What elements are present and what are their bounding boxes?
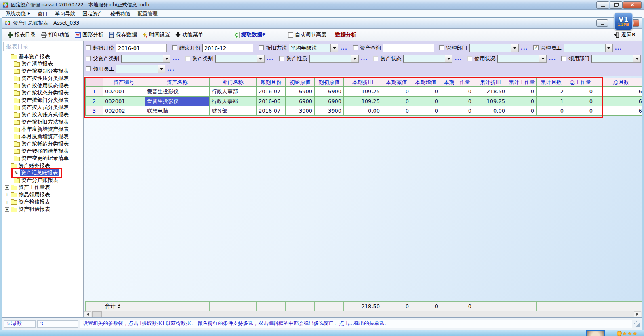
scroll-right-button[interactable] [634,311,641,317]
grid-cell[interactable]: 60 [595,97,642,106]
expand-icon[interactable]: + [5,207,9,212]
grid-cell[interactable]: 109.25 [344,97,382,106]
grid-cell[interactable]: 1 [537,97,566,106]
tree-item[interactable]: 资产按使用状态报表 [2,82,83,89]
tree-item[interactable]: 资产按入账方式报表 [2,111,83,118]
filter-dropdown[interactable] [497,55,547,63]
filter-checkbox[interactable] [439,45,444,50]
dropdown-arrow-icon[interactable] [633,55,640,62]
filter-checkbox[interactable] [561,56,566,61]
data-analysis-button[interactable]: 数据分析 [335,31,356,38]
grid-cell[interactable]: 6900 [286,87,315,97]
grid-cell[interactable]: 218.50 [474,87,507,97]
tree-item[interactable]: +资产租借报表 [2,206,83,213]
child-minimize-button[interactable] [596,19,608,27]
grid-cell[interactable]: 爱普生投影仪 [145,97,210,106]
menu-item-1[interactable]: 窗口 [34,10,51,18]
grid-cell[interactable]: 002001 [103,87,145,97]
tree-item[interactable]: ✎资产汇总账报表 [2,169,83,176]
menu-item-2[interactable]: 学习导航 [51,10,79,18]
auto-height-toggle[interactable]: 自动调节高度 [286,30,328,39]
dropdown-arrow-icon[interactable] [330,44,338,52]
filter-checkbox[interactable] [467,56,472,61]
grid-cell[interactable]: 60 [595,106,642,116]
minimize-button[interactable] [596,1,609,9]
tree-item[interactable]: 资产按性质分类报表 [2,75,83,82]
print-button[interactable]: 打印功能 [39,30,72,39]
filter-checkbox[interactable] [259,45,264,50]
grid-cell[interactable]: 2016-07 [257,106,286,116]
filter-checkbox[interactable]: ✓ [533,45,539,50]
auto-height-checkbox[interactable] [288,32,293,38]
tray-avatar[interactable] [586,330,605,336]
grid-cell[interactable]: 2016-07 [257,87,286,97]
grid-cell[interactable]: 0 [411,97,440,106]
grid-cell[interactable]: 002002 [103,106,145,116]
filter-checkbox[interactable] [353,45,358,50]
grid-cell[interactable]: 3900 [315,106,344,116]
filter-input[interactable]: 2016-01 [116,44,167,52]
more-options-button[interactable]: ... [267,57,274,60]
filter-dropdown[interactable]: 平均年限法 [289,44,338,52]
chart-analysis-button[interactable]: 图形分析 [73,30,105,39]
extract-data-button[interactable]: 提取数据E [232,30,268,39]
filter-dropdown[interactable] [215,55,265,63]
save-data-button[interactable]: 保存数据 [107,30,139,39]
filter-dropdown[interactable] [564,44,613,52]
grid-cell[interactable]: 109.25 [344,87,382,97]
tree-item[interactable]: 资产按人员分类报表 [2,104,83,111]
grid-cell[interactable]: 3 [85,106,103,116]
menu-item-3[interactable]: 固定资产 [79,10,106,18]
dropdown-arrow-icon[interactable] [257,55,264,62]
filter-checkbox[interactable] [86,56,91,61]
grid-cell[interactable]: 爱普生投影仪 [145,87,210,97]
tree-item[interactable]: 资产变更的记录清单 [2,155,83,162]
expand-icon[interactable]: + [5,193,9,197]
grid-cell[interactable]: 0 [411,106,440,116]
grid-cell[interactable]: 0 [507,106,537,116]
tree-item[interactable]: 资产转移的清单报表 [2,147,83,155]
grid-cell[interactable]: 3900 [286,106,315,116]
dropdown-arrow-icon[interactable] [158,65,165,73]
tree-item[interactable]: 资产按状态分类报表 [2,89,83,97]
grid-cell[interactable]: 2 [85,97,103,106]
more-options-button[interactable]: ... [455,57,462,60]
function-menu-button[interactable]: 功能菜单 [173,30,205,39]
menu-item-4[interactable]: 秘书功能 [106,10,134,18]
grid-cell[interactable]: 0.00 [344,106,382,116]
restore-button[interactable] [610,1,623,9]
collapse-icon[interactable]: − [5,164,9,168]
more-options-button[interactable]: ... [173,57,180,60]
tree-item[interactable]: 资产按帐龄分类报表 [2,140,83,147]
grid-cell[interactable]: 0 [411,87,440,97]
grid-cell[interactable]: 0 [566,87,595,97]
filter-checkbox[interactable] [373,56,378,61]
grid-cell[interactable]: 6900 [315,97,344,106]
tree-item[interactable]: 本月度新增资产报表 [2,133,83,140]
filter-input[interactable]: 2016-12 [202,44,253,52]
tree-item[interactable]: 资产分户账报表 [2,176,83,184]
grid-cell[interactable]: 0 [566,106,595,116]
grid-cell[interactable]: 2016-06 [257,97,286,106]
grid-cell[interactable]: 60 [595,87,642,97]
filter-checkbox[interactable] [172,45,177,50]
grid-cell[interactable]: 002001 [103,97,145,106]
filter-dropdown[interactable] [403,55,452,63]
dropdown-arrow-icon[interactable] [351,55,358,62]
grid-cell[interactable]: 0 [440,106,474,116]
collapse-icon[interactable]: − [5,55,9,59]
menu-item-0[interactable]: 系统功能 F [2,10,34,18]
more-options-button[interactable]: ... [549,57,556,60]
close-button[interactable] [623,1,642,9]
grid-cell[interactable]: 0 [566,97,595,106]
grid-cell[interactable]: 0 [382,97,411,106]
grid-cell[interactable]: 0 [507,97,537,106]
filter-dropdown[interactable] [121,55,170,63]
grid-cell[interactable]: 行政人事部 [210,97,257,106]
more-options-button[interactable]: ... [340,46,347,50]
filter-dropdown[interactable] [469,44,519,52]
tree-item[interactable]: 资产清单报表 [2,60,83,67]
dropdown-arrow-icon[interactable] [605,44,612,52]
tree-item[interactable]: −基本资产报表 [2,53,83,60]
more-options-button[interactable]: ... [615,46,622,50]
